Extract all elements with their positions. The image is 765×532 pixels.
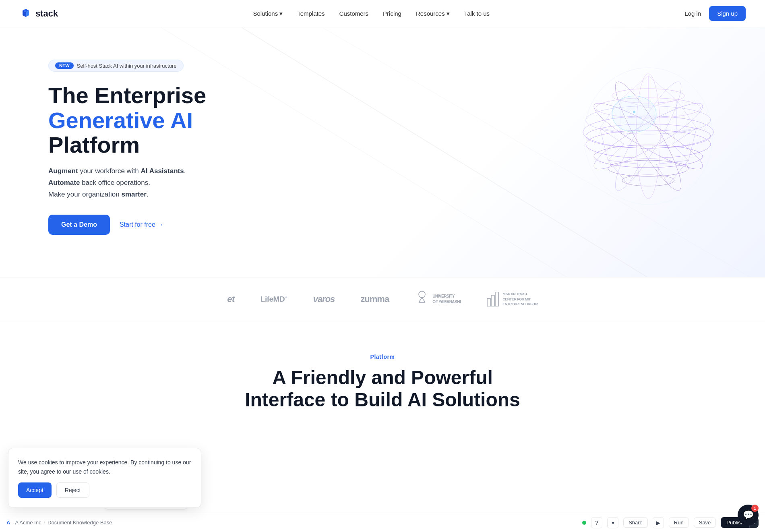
- svg-point-27: [633, 111, 635, 113]
- hero-content: New Self-host Stack AI within your infra…: [48, 52, 206, 235]
- nav-pricing[interactable]: Pricing: [383, 10, 401, 17]
- hero-section: New Self-host Stack AI within your infra…: [0, 27, 765, 277]
- logo-et: et: [227, 294, 235, 304]
- platform-headline: A Friendly and PowerfulInterface to Buil…: [32, 366, 733, 411]
- logo-varos: varos: [313, 294, 335, 304]
- logos-strip: et LifeMD+ varos zumma UNIVERSITYOF YAMA…: [0, 277, 765, 321]
- svg-rect-33: [487, 298, 490, 306]
- svg-rect-34: [491, 295, 494, 306]
- hero-description: Augment your workforce with AI Assistant…: [48, 166, 206, 201]
- badge-text: Self-host Stack AI within your infrastru…: [77, 63, 177, 69]
- platform-label: Platform: [32, 354, 733, 360]
- svg-line-30: [419, 298, 422, 302]
- chevron-down-icon: ▾: [447, 10, 450, 17]
- nav-solutions[interactable]: Solutions ▾: [253, 10, 283, 17]
- signup-button[interactable]: Sign up: [709, 6, 746, 21]
- nav-talk[interactable]: Talk to us: [464, 10, 490, 17]
- hero-cta: Get a Demo Start for free →: [48, 215, 206, 235]
- svg-line-31: [422, 298, 425, 302]
- svg-marker-25: [608, 160, 640, 184]
- navbar: stack Solutions ▾ Templates Customers Pr…: [0, 0, 765, 27]
- svg-marker-24: [656, 160, 688, 184]
- svg-point-28: [639, 117, 641, 119]
- login-button[interactable]: Log in: [684, 10, 701, 17]
- hero-badge: New Self-host Stack AI within your infra…: [48, 60, 184, 72]
- logo[interactable]: stack: [19, 7, 58, 20]
- get-demo-button[interactable]: Get a Demo: [48, 215, 110, 235]
- logo-lifemd: LifeMD+: [261, 294, 287, 304]
- logo-yamanashi: UNIVERSITYOF YAMANASHI: [415, 290, 461, 308]
- hero-headline: The Enterprise Generative AI Platform: [48, 83, 206, 157]
- logo-icon: [19, 7, 32, 20]
- svg-point-26: [612, 96, 656, 132]
- svg-rect-35: [495, 292, 498, 306]
- platform-section: Platform A Friendly and PowerfulInterfac…: [0, 321, 765, 427]
- logo-text: stack: [35, 8, 58, 19]
- svg-point-9: [608, 160, 688, 176]
- badge-new-label: New: [55, 62, 74, 69]
- start-free-button[interactable]: Start for free →: [120, 221, 163, 228]
- nav-templates[interactable]: Templates: [297, 10, 325, 17]
- logo-mit: MARTIN TRUSTCENTER FOR MITENTREPRENEURSH…: [486, 292, 538, 307]
- nav-customers[interactable]: Customers: [339, 10, 369, 17]
- svg-point-8: [594, 145, 703, 168]
- hero-sphere: [564, 52, 733, 221]
- nav-resources[interactable]: Resources ▾: [416, 10, 450, 17]
- logo-zumma: zumma: [360, 294, 389, 304]
- nav-actions: Log in Sign up: [684, 6, 746, 21]
- svg-point-29: [419, 291, 425, 298]
- nav-links: Solutions ▾ Templates Customers Pricing …: [253, 10, 490, 17]
- chevron-down-icon: ▾: [279, 10, 283, 17]
